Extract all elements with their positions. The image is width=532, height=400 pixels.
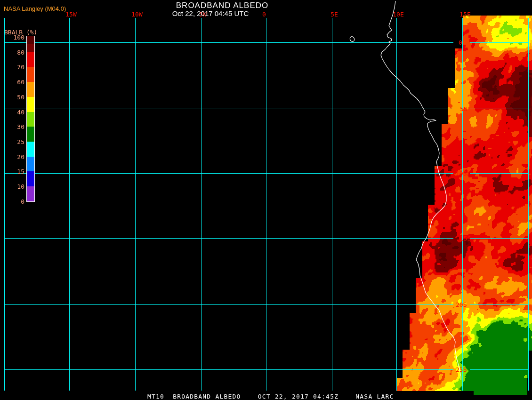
latitude-label: 20S	[456, 301, 467, 308]
legend-tick-label: 0	[7, 198, 24, 205]
albedo-map-app: NASA Langley (M04.0) BROADBAND ALBEDO Oc…	[0, 0, 532, 400]
legend-tick-label: 30	[7, 123, 24, 130]
page-title: BROADBAND ALBEDO	[176, 1, 268, 10]
legend-tick-label: 70	[7, 64, 24, 71]
longitude-label: 5E	[330, 11, 338, 18]
longitude-label: 0	[262, 11, 266, 18]
latitude-label: 25S	[456, 366, 467, 373]
longitude-label: 15W	[65, 11, 76, 18]
legend-tick-label: 100	[7, 34, 24, 41]
legend-tick-label: 15	[7, 168, 24, 175]
latitude-label: 0	[459, 39, 462, 46]
legend-tick-label: 40	[7, 109, 24, 116]
legend-tick-label: 20	[7, 153, 24, 160]
latitude-label: 15S	[460, 235, 471, 242]
legend-segment	[27, 186, 34, 201]
legend-tick-label: 60	[7, 79, 24, 86]
legend-segment	[27, 44, 34, 52]
albedo-data-canvas	[0, 0, 532, 400]
source-label: NASA Langley (M04.0)	[4, 5, 66, 12]
legend-tick-label: 50	[7, 94, 24, 101]
legend-segment	[27, 67, 34, 82]
longitude-label: 10W	[131, 11, 142, 18]
latitude-label: 5S	[460, 105, 468, 112]
legend-segment	[27, 171, 34, 186]
legend-tick-label: 25	[7, 138, 24, 145]
legend-segment	[27, 157, 34, 172]
legend-segment	[27, 97, 34, 112]
legend-tick-label: 10	[7, 183, 24, 190]
footer-caption: MT10 BROADBAND ALBEDO OCT 22, 2017 04:45…	[147, 393, 394, 400]
legend-color-bar	[26, 36, 35, 202]
legend-segment	[27, 127, 34, 142]
legend-tick-label: 80	[7, 49, 24, 56]
timestamp-subtitle: Oct 22, 2017 04:45 UTC	[172, 9, 249, 17]
longitude-label: 15E	[459, 11, 470, 18]
longitude-label: 10E	[393, 11, 403, 18]
legend-segment	[27, 36, 34, 44]
legend-segment	[27, 52, 34, 67]
legend-segment	[27, 142, 34, 157]
latitude-label: 10S	[456, 170, 467, 177]
legend-segment	[27, 82, 34, 97]
legend-segment	[27, 112, 34, 127]
